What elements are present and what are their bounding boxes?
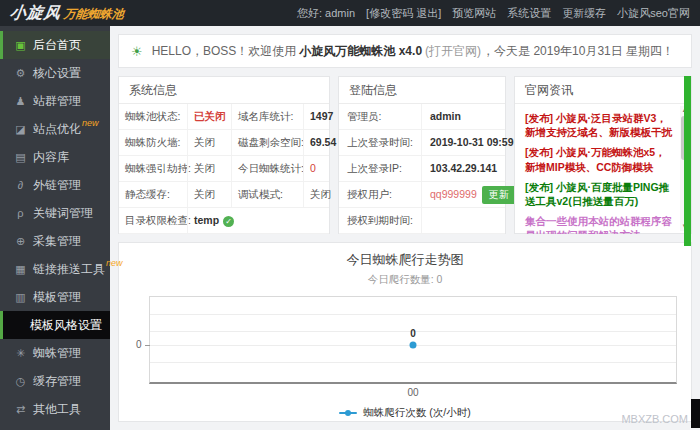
welcome-text-prefix: HELLO，BOSS！欢迎使用 <box>152 43 297 60</box>
info-label: 授权用户: <box>347 188 421 202</box>
main-content: ☀ HELLO，BOSS！欢迎使用 小旋风万能蜘蛛池 x4.0 (打开官网) ，… <box>110 26 700 430</box>
cache-icon: ◷ <box>13 375 28 388</box>
logo-text-sub: 万能蜘蛛池 <box>63 6 125 23</box>
collect-icon: ⊕ <box>13 235 28 248</box>
panel-title: 官网资讯 <box>515 77 691 104</box>
sidebar-item-label: 缓存管理 <box>33 373 81 390</box>
sidebar-item-site-optimize[interactable]: ◪ 站点优化 new <box>0 115 110 143</box>
info-label: 磁盘剩余空间: <box>231 130 303 155</box>
spider-icon: ✳ <box>13 347 28 360</box>
refresh-cache-link[interactable]: 更新缓存 <box>562 6 606 21</box>
sidebar-item-label: 链接推送工具 <box>33 261 105 278</box>
update-auth-button[interactable]: 更新 <box>482 186 516 204</box>
news-item[interactable]: [发布] 小旋风·泛目录站群V3，新增支持泛域名、新版模板干扰 <box>525 111 675 139</box>
gridline <box>150 362 676 363</box>
info-value: 关闭 <box>303 182 331 207</box>
news-item[interactable]: [发布] 小旋风·百度批量PING推送工具v2(日推送量百万) <box>525 180 675 208</box>
sidebar-item-content-library[interactable]: ▤ 内容库 <box>0 143 110 171</box>
link-icon: ∂ <box>13 179 28 191</box>
info-value: admin <box>421 104 505 129</box>
info-value: temp✓ <box>187 208 329 233</box>
sidebar: ▣ 后台首页 ⚙ 核心设置 ♟ 站群管理 ◪ 站点优化 new ▤ 内容库 ∂ … <box>0 26 110 430</box>
data-point-label: 0 <box>410 328 416 339</box>
info-row: 授权到期时间: <box>339 208 505 234</box>
home-icon: ▣ <box>13 39 28 52</box>
sidebar-item-dashboard[interactable]: ▣ 后台首页 <box>0 31 110 59</box>
check-icon: ✓ <box>223 216 234 227</box>
official-site-link[interactable]: 小旋风seo官网 <box>617 6 690 21</box>
panel-title: 登陆信息 <box>339 77 505 104</box>
info-label: 蜘蛛池状态: <box>125 104 187 129</box>
auth-user-value: qq999999 <box>430 188 477 200</box>
sidebar-item-label: 蜘蛛管理 <box>33 345 81 362</box>
info-label: 目录权限检查: <box>125 208 187 233</box>
info-row: 蜘蛛强引劫持: 关闭 今日蜘蛛统计: 0 <box>119 156 329 182</box>
app-logo: 小旋风 万能蜘蛛池 <box>9 3 126 24</box>
info-row: 蜘蛛防火墙: 关闭 磁盘剩余空间: 69.54 GB <box>119 130 329 156</box>
info-label: 授权到期时间: <box>347 214 421 228</box>
sidebar-item-keywords[interactable]: ρ 关键词管理 <box>0 199 110 227</box>
sidebar-item-tools[interactable]: ⇄ 其他工具 <box>0 395 110 423</box>
info-row: 蜘蛛池状态: 已关闭 域名库统计: 1497 <box>119 104 329 130</box>
info-value: qq999999更新 <box>421 182 516 207</box>
info-label: 域名库统计: <box>231 104 303 129</box>
data-point[interactable] <box>410 342 417 349</box>
panel-title: 系统信息 <box>119 77 329 104</box>
info-label: 静态缓存: <box>125 182 187 207</box>
gear-icon: ⚙ <box>13 67 28 80</box>
chart-title: 今日蜘蛛爬行走势图 <box>119 243 691 269</box>
welcome-bar: ☀ HELLO，BOSS！欢迎使用 小旋风万能蜘蛛池 x4.0 (打开官网) ，… <box>118 34 692 68</box>
chart-icon: ◪ <box>13 123 28 136</box>
green-strip-artifact <box>684 76 691 246</box>
sidebar-item-collection[interactable]: ⊕ 采集管理 <box>0 227 110 255</box>
info-value <box>421 208 505 233</box>
push-icon: ▦ <box>13 263 28 276</box>
product-name: 小旋风万能蜘蛛池 x4.0 <box>299 43 422 60</box>
sun-icon: ☀ <box>131 44 143 59</box>
x-axis-label: 00 <box>149 387 677 398</box>
system-settings-link[interactable]: 系统设置 <box>507 6 551 21</box>
sidebar-item-external-links[interactable]: ∂ 外链管理 <box>0 171 110 199</box>
y-axis-tick <box>145 345 150 346</box>
sidebar-item-templates[interactable]: ▥ 模板管理 <box>0 283 110 311</box>
spider-trend-chart-panel: 今日蜘蛛爬行走势图 今日爬行数量: 0 0 0 00 蜘蛛爬行次数 (次/小时) <box>118 242 692 422</box>
info-label: 上次登录时间: <box>347 136 421 150</box>
open-site-link[interactable]: (打开官网) <box>425 43 481 60</box>
sidebar-item-site-group[interactable]: ♟ 站群管理 <box>0 87 110 115</box>
panel-system-info: 系统信息 蜘蛛池状态: 已关闭 域名库统计: 1497 蜘蛛防火墙: 关闭 磁盘… <box>118 76 330 234</box>
info-value: 1497 <box>303 104 333 129</box>
greeting-text: 您好: admin <box>297 6 355 21</box>
sidebar-item-label: 模板管理 <box>33 289 81 306</box>
welcome-text-suffix: ，今天是 2019年10月31日 星期四！ <box>482 43 674 60</box>
chart-legend[interactable]: 蜘蛛爬行次数 (次/小时) <box>119 406 691 420</box>
info-row: 上次登录时间: 2019-10-31 09:59 <box>339 130 505 156</box>
info-value: 2019-10-31 09:59 <box>421 130 513 155</box>
users-icon: ♟ <box>13 95 28 108</box>
watermark: MBXZB.COM <box>621 413 688 425</box>
info-row: 授权用户: qq999999更新 <box>339 182 505 208</box>
news-list: [发布] 小旋风·泛目录站群V3，新增支持泛域名、新版模板干扰 [发布] 小旋风… <box>515 104 691 234</box>
sidebar-item-core-settings[interactable]: ⚙ 核心设置 <box>0 59 110 87</box>
info-label: 蜘蛛强引劫持: <box>125 156 187 181</box>
news-item[interactable]: 集合一些使用本站的站群程序容易出现的问题和解决方法 <box>525 214 675 234</box>
sidebar-item-spider[interactable]: ✳ 蜘蛛管理 <box>0 339 110 367</box>
news-item[interactable]: [发布] 小旋风·万能蜘蛛池x5，新增MIP模块、CC防御模块 <box>525 145 675 173</box>
info-row: 目录权限检查: temp✓ <box>119 208 329 234</box>
sidebar-item-label: 采集管理 <box>33 233 81 250</box>
sidebar-item-link-push[interactable]: ▦ 链接推送工具 new <box>0 255 110 283</box>
sidebar-item-label: 内容库 <box>33 149 69 166</box>
sidebar-item-label: 核心设置 <box>33 65 81 82</box>
sidebar-item-cache[interactable]: ◷ 缓存管理 <box>0 367 110 395</box>
panel-login-info: 登陆信息 管理员: admin 上次登录时间: 2019-10-31 09:59… <box>338 76 506 234</box>
top-header: 小旋风 万能蜘蛛池 您好: admin [修改密码 退出] 预览网站 系统设置 … <box>0 0 700 26</box>
new-badge: new <box>106 258 123 268</box>
sidebar-item-label: 其他工具 <box>33 401 81 418</box>
sidebar-item-label: 模板风格设置 <box>30 317 102 334</box>
sidebar-item-template-style[interactable]: 模板风格设置 <box>0 311 110 339</box>
info-row: 管理员: admin <box>339 104 505 130</box>
preview-site-link[interactable]: 预览网站 <box>452 6 496 21</box>
chart-subtitle: 今日爬行数量: 0 <box>119 273 691 287</box>
sidebar-item-label: 关键词管理 <box>33 205 93 222</box>
change-password-link[interactable]: [修改密码 退出] <box>366 6 441 21</box>
legend-marker-icon <box>339 412 357 414</box>
